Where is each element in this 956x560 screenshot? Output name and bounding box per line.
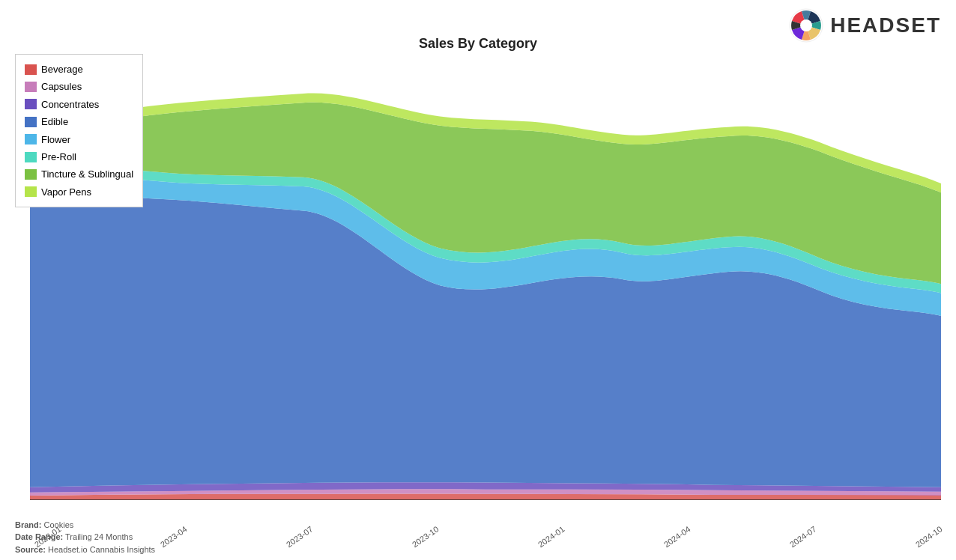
chart-title: Sales By Category [0,36,956,52]
legend-item-concentrates: Concentrates [25,96,133,113]
legend-color-beverage [25,64,37,75]
legend-item-edible: Edible [25,113,133,130]
x-axis-labels: 2023-01 2023-04 2023-07 2023-10 2024-01 … [30,533,941,542]
svg-point-1 [800,19,812,31]
x-label-5: 2024-04 [662,524,692,549]
x-label-6: 2024-07 [787,524,817,549]
legend-label-tincture: Tincture & Sublingual [41,165,133,183]
footer-info: Brand: Cookies Date Range: Trailing 24 M… [15,519,155,556]
legend-item-flower: Flower [25,131,133,148]
legend-label-flower: Flower [41,131,70,148]
legend-label-preroll: Pre-Roll [41,148,76,165]
legend-item-vapor: Vapor Pens [25,183,133,201]
x-label-4: 2024-01 [536,524,566,549]
page-container: HEADSET Sales By Category Beverage Capsu… [0,0,956,560]
legend-label-beverage: Beverage [41,61,83,78]
logo-text: HEADSET [830,13,941,37]
legend-label-vapor: Vapor Pens [41,183,91,201]
daterange-value: Trailing 24 Months [65,532,133,541]
legend-item-beverage: Beverage [25,61,133,78]
x-label-7: 2024-10 [913,524,943,549]
legend-color-preroll [25,152,37,162]
legend-color-tincture [25,169,37,180]
legend-item-capsules: Capsules [25,78,133,95]
daterange-label: Date Range: [15,532,63,541]
legend-label-concentrates: Concentrates [41,96,99,113]
x-label-3: 2023-10 [410,524,440,549]
chart-svg [30,51,941,500]
x-label-2: 2023-07 [285,524,315,549]
brand-value: Cookies [44,520,74,529]
brand-label: Brand: [15,520,41,529]
source-value: Headset.io Cannabis Insights [48,545,155,554]
legend-label-capsules: Capsules [41,78,82,95]
legend-color-vapor [25,186,37,197]
legend-label-edible: Edible [41,113,68,130]
x-label-1: 2023-04 [159,524,189,549]
legend-color-edible [25,117,37,127]
legend-item-preroll: Pre-Roll [25,148,133,165]
legend-item-tincture: Tincture & Sublingual [25,165,133,183]
source-label: Source: [15,545,46,554]
chart-legend: Beverage Capsules Concentrates Edible Fl… [15,54,143,207]
legend-color-flower [25,134,37,144]
legend-color-capsules [25,82,37,92]
legend-color-concentrates [25,99,37,109]
chart-area [30,51,941,500]
